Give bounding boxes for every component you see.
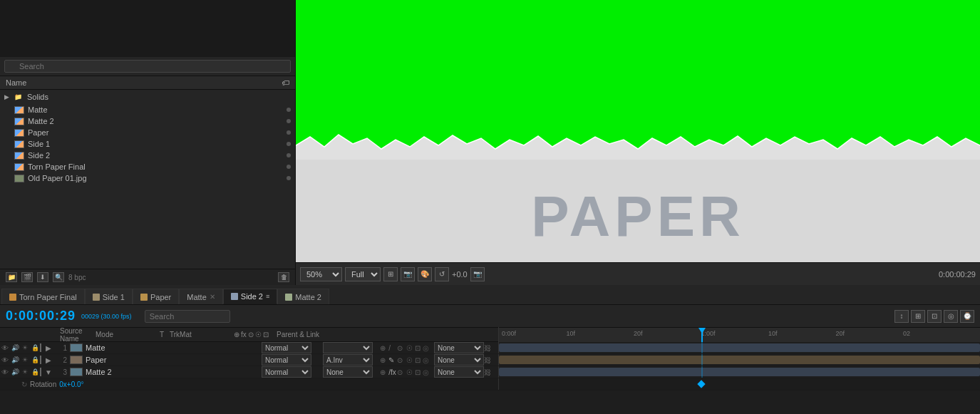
list-item[interactable]: Paper — [0, 127, 295, 138]
fx-icon[interactable]: / — [388, 344, 396, 352]
edit-icon[interactable]: ✎ — [388, 356, 396, 364]
list-item[interactable]: Side 2 — [0, 150, 295, 161]
adj-icon[interactable]: ⊡ — [415, 344, 423, 352]
timeline-controls: ↕ ⊞ ⊡ ◎ ⌚ — [894, 310, 974, 323]
collapse-btn[interactable]: ▶ — [43, 356, 54, 364]
blend-icon[interactable]: ⊙ — [397, 344, 405, 352]
list-item[interactable]: Old Paper 01.jpg — [0, 172, 295, 184]
item-dot — [287, 108, 291, 112]
list-item[interactable]: ▶ 📁 Solids — [0, 90, 295, 104]
lock-icon[interactable]: 🔒 — [30, 368, 40, 376]
folder-icon: 📁 — [12, 91, 24, 103]
audio-icon[interactable]: 🔊 — [10, 368, 20, 376]
preview-canvas: PAPER — [296, 0, 980, 285]
layer-icons: ⊕ ✎ ⊙ ☉ ⊡ — [380, 356, 423, 364]
tab-label: Matte — [187, 293, 207, 301]
timeline-btn-3[interactable]: ⊡ — [927, 310, 942, 323]
source-name-col: Source Name — [3, 327, 96, 343]
fx-label[interactable]: /fx — [388, 368, 396, 376]
timeline-btn-2[interactable]: ⊞ — [911, 310, 925, 323]
project-preview-area — [0, 0, 295, 57]
trkmat-select[interactable]: None — [323, 366, 373, 378]
parent-chain-icon[interactable]: ⛓ — [484, 368, 498, 376]
layer-mode-select[interactable]: Normal — [262, 354, 311, 366]
find-button[interactable]: 🔍 — [53, 272, 64, 282]
parent-select[interactable]: None — [434, 354, 484, 366]
trkmat-select[interactable] — [323, 342, 373, 353]
delete-button[interactable]: 🗑 — [278, 272, 289, 282]
adj-icon[interactable]: ⊡ — [415, 368, 423, 376]
color-correct-button[interactable]: 🎨 — [418, 267, 432, 281]
solo-icon[interactable]: ☀ — [20, 344, 30, 351]
blend-icon[interactable]: ⊙ — [397, 368, 405, 376]
audio-icon[interactable]: 🔊 — [10, 356, 20, 363]
lock-icon[interactable]: 🔒 — [30, 356, 40, 363]
tab-side1[interactable]: Side 1 — [85, 289, 133, 304]
tab-tornpaperfinal[interactable]: Torn Paper Final — [1, 289, 85, 304]
tab-side2[interactable]: Side 2 ≡ — [223, 289, 277, 304]
motion-icon[interactable]: ☉ — [406, 356, 414, 364]
parent-chain-icon[interactable]: ⛓ — [484, 344, 498, 352]
adj-icon[interactable]: ⊡ — [415, 356, 423, 364]
ruler-label-10f: 10f — [567, 330, 576, 337]
layer-duration-bar — [499, 343, 980, 352]
list-item[interactable]: Matte — [0, 104, 295, 115]
layer-name: Matte 2 — [86, 368, 262, 376]
close-icon[interactable]: ✕ — [210, 293, 215, 301]
comp-icon — [14, 152, 24, 160]
eye-icon[interactable]: 👁 — [0, 344, 10, 352]
layer-left-2: 👁 🔊 ☀ 🔒 ▶ 2 Paper Normal A.Inv ⊕ ✎ ⊙ — [0, 354, 499, 366]
new-comp-button[interactable]: 🎬 — [21, 272, 33, 282]
comp-icon — [14, 118, 24, 125]
motion-icon[interactable]: ☉ — [406, 368, 414, 376]
parent-chain-icon[interactable]: ⛓ — [484, 356, 498, 364]
parent-select[interactable]: None — [434, 366, 484, 378]
switch-icon[interactable]: ⊕ — [380, 356, 388, 364]
tab-matte[interactable]: Matte ✕ — [179, 289, 223, 304]
quality-select[interactable]: Full Half — [345, 267, 381, 281]
layer-mode-select[interactable]: Normal — [262, 342, 311, 353]
playhead-line — [701, 342, 703, 353]
zoom-select[interactable]: 50% 100% 25% — [300, 267, 342, 281]
collapse-btn[interactable]: ▶ — [43, 344, 54, 352]
reset-button[interactable]: ↺ — [435, 267, 449, 281]
keyframe-diamond[interactable] — [697, 380, 705, 388]
icon-col-1: ⊕ — [234, 331, 239, 338]
ruler-label-20f-2: 20f — [836, 330, 845, 337]
collapse-btn[interactable]: ▼ — [43, 368, 54, 376]
layer-duration-bar — [499, 368, 980, 376]
timeline-btn-1[interactable]: ↕ — [894, 310, 909, 323]
list-item[interactable]: Matte 2 — [0, 115, 295, 127]
eye-icon[interactable]: 👁 — [0, 368, 10, 376]
snapshot-button[interactable]: 📷 — [401, 267, 415, 281]
timeline-btn-4[interactable]: ◎ — [944, 310, 958, 323]
list-item[interactable]: Torn Paper Final — [0, 161, 295, 172]
project-items-list: ▶ 📁 Solids Matte Matte 2 Paper — [0, 90, 295, 269]
trkmat-select[interactable]: A.Inv — [323, 354, 373, 366]
playhead-line — [701, 354, 703, 366]
lock-icon[interactable]: 🔒 — [30, 344, 40, 351]
list-item[interactable]: Side 1 — [0, 138, 295, 150]
tab-matte2[interactable]: Matte 2 — [277, 289, 329, 304]
timeline-btn-5[interactable]: ⌚ — [960, 310, 974, 323]
eye-icon[interactable]: 👁 — [0, 356, 10, 364]
project-search-input[interactable] — [4, 60, 291, 73]
audio-icon[interactable]: 🔊 — [10, 344, 20, 351]
timeline-search-input[interactable] — [145, 310, 230, 323]
blend-icon[interactable]: ⊙ — [397, 356, 405, 364]
layer-mode-select[interactable]: Normal — [262, 366, 311, 378]
solo-icon[interactable]: ☀ — [20, 356, 30, 363]
import-button[interactable]: ⬇ — [37, 272, 48, 282]
switch-icon[interactable]: ⊕ — [380, 344, 388, 352]
tab-paper[interactable]: Paper — [133, 289, 179, 304]
fit-button[interactable]: ⊞ — [383, 267, 398, 281]
switch-icon[interactable]: ⊕ — [380, 368, 388, 376]
playhead-triangle — [698, 328, 706, 333]
layer-icons: ⊕ /fx ⊙ ☉ ⊡ — [380, 368, 423, 376]
cam-button[interactable]: 📷 — [470, 267, 485, 281]
motion-icon[interactable]: ☉ — [406, 344, 414, 352]
parent-select[interactable]: None — [434, 342, 484, 353]
new-folder-button[interactable]: 📁 — [6, 272, 17, 282]
playhead[interactable] — [701, 328, 703, 342]
solo-icon[interactable]: ☀ — [20, 368, 30, 376]
